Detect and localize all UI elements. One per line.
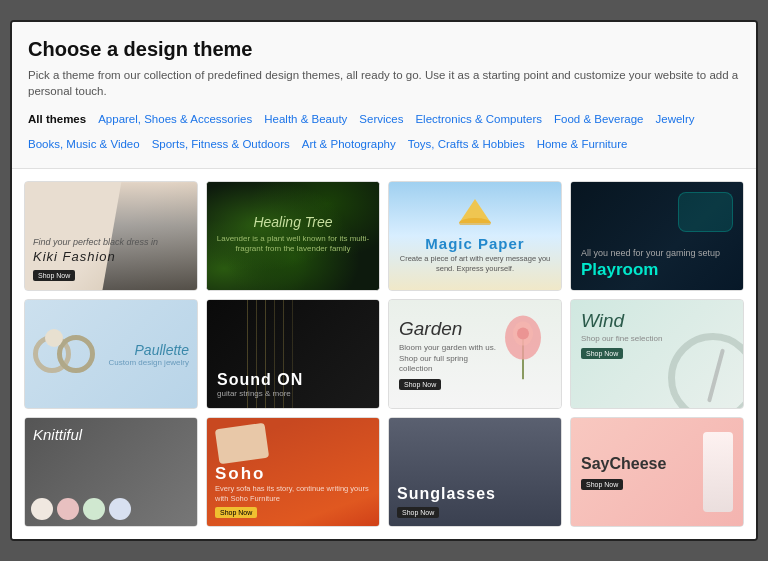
theme-paullette-brand: Paullette [109,342,189,358]
filter-home[interactable]: Home & Furniture [537,134,628,155]
theme-kiki-shop[interactable]: Shop Now [33,270,75,281]
filter-books[interactable]: Books, Music & Video [28,134,140,155]
theme-card-sunglasses[interactable]: Sunglasses Shop Now [388,417,562,527]
page-header: Choose a design theme Pick a theme from … [12,22,756,170]
filter-art[interactable]: Art & Photography [302,134,396,155]
theme-wind-shop[interactable]: Shop Now [581,348,623,359]
theme-card-healing[interactable]: Healing Tree Lavender is a plant well kn… [206,181,380,291]
theme-card-garden[interactable]: Garden Bloom your garden with us. Shop o… [388,299,562,409]
theme-healing-brand: Healing Tree [253,214,332,230]
theme-grid: Find your perfect black dress in Kiki Fa… [24,181,744,527]
theme-magic-brand: Magic Paper [425,235,524,252]
theme-card-playroom[interactable]: All you need for your gaming setup Playr… [570,181,744,291]
filter-food[interactable]: Food & Beverage [554,109,644,130]
theme-soundon-brand: Sound ON [217,371,369,389]
theme-garden-brand: Garden [399,318,551,340]
theme-sunglasses-brand: Sunglasses [397,485,553,503]
theme-garden-shop[interactable]: Shop Now [399,379,441,390]
filter-electronics[interactable]: Electronics & Computers [415,109,542,130]
filter-bar: All themes Apparel, Shoes & Accessories … [28,109,740,158]
theme-card-magic[interactable]: Magic Paper Create a piece of art with e… [388,181,562,291]
theme-sunglasses-shop[interactable]: Shop Now [397,507,439,518]
page-description: Pick a theme from our collection of pred… [28,67,740,99]
theme-playroom-brand: Playroom [581,260,733,280]
theme-card-knittiful[interactable]: Knittiful [24,417,198,527]
filter-apparel[interactable]: Apparel, Shoes & Accessories [98,109,252,130]
page-title: Choose a design theme [28,38,740,61]
filter-health[interactable]: Health & Beauty [264,109,347,130]
theme-card-soundon[interactable]: Sound ON guitar strings & more [206,299,380,409]
theme-saycheese-shop[interactable]: Shop Now [581,479,623,490]
filter-services[interactable]: Services [359,109,403,130]
main-window: Choose a design theme Pick a theme from … [10,20,758,542]
filter-jewelry[interactable]: Jewelry [656,109,695,130]
filter-all-themes[interactable]: All themes [28,109,86,130]
theme-soho-brand: Soho [215,464,371,484]
theme-saycheese-brand: SayCheese [581,455,733,473]
theme-card-wind[interactable]: Wind Shop our fine selection Shop Now [570,299,744,409]
theme-soho-shop[interactable]: Shop Now [215,507,257,518]
filter-toys[interactable]: Toys, Crafts & Hobbies [408,134,525,155]
theme-wind-brand: Wind [581,310,733,332]
theme-kiki-brand: Kiki Fashion [33,249,189,264]
filter-sports[interactable]: Sports, Fitness & Outdoors [152,134,290,155]
theme-card-soho[interactable]: Soho Every sofa has its story, continue … [206,417,380,527]
theme-card-saycheese[interactable]: SayCheese Shop Now [570,417,744,527]
themes-content: Find your perfect black dress in Kiki Fa… [12,169,756,539]
theme-card-kiki[interactable]: Find your perfect black dress in Kiki Fa… [24,181,198,291]
theme-card-paullette[interactable]: Paullette Custom design jewelry [24,299,198,409]
theme-knittiful-brand: Knittiful [33,426,189,443]
